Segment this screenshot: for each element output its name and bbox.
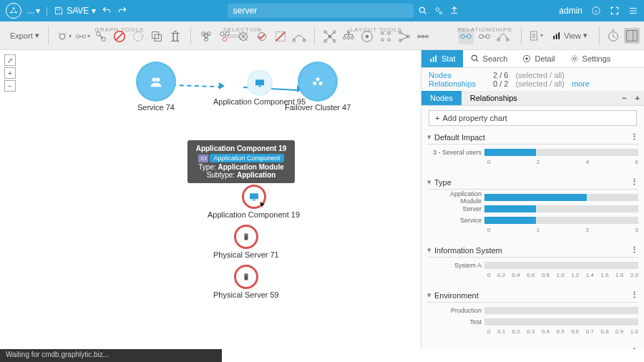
svg-rect-68 (250, 193, 258, 199)
delete-tool[interactable] (167, 29, 183, 44)
chart-icon (552, 31, 562, 41)
timer-tool[interactable] (605, 28, 621, 44)
svg-rect-57 (556, 34, 557, 39)
node-phys-server-59[interactable]: Physical Server 59 (213, 265, 279, 299)
svg-rect-73 (245, 275, 247, 275)
bar-track[interactable] (484, 318, 638, 326)
upload-button[interactable] (449, 4, 459, 18)
svg-point-41 (381, 38, 384, 41)
node-service-74[interactable]: Service 74 (136, 62, 176, 112)
chevron-down-icon[interactable]: ▾ (427, 177, 431, 187)
svg-point-61 (152, 78, 157, 82)
collapse-all-button[interactable]: − (618, 94, 630, 102)
bar-label: System A (427, 262, 484, 269)
zoom-out-button[interactable]: − (4, 80, 16, 92)
bar-track[interactable] (484, 262, 638, 269)
more-link[interactable]: more (572, 79, 590, 88)
panel-toggle-tool[interactable] (624, 28, 640, 44)
svg-point-8 (59, 34, 65, 39)
svg-rect-72 (244, 274, 248, 280)
select-all-tool[interactable] (198, 29, 214, 44)
tab-settings[interactable]: Settings (562, 50, 618, 67)
rels-link[interactable]: Relationships (429, 79, 486, 88)
user-label[interactable]: admin (559, 6, 582, 16)
main-menu-dropdown[interactable]: ... ▾ (27, 6, 40, 16)
svg-point-49 (461, 34, 465, 39)
svg-rect-60 (627, 30, 638, 41)
layout-timeline-tool[interactable] (415, 29, 431, 44)
add-relation-tool[interactable]: ▾ (74, 29, 90, 44)
layout-force-tool[interactable] (322, 29, 338, 44)
bar-label: Application Module (427, 190, 484, 205)
status-text: Waiting for cmdb.graphlytic.biz... (6, 351, 109, 358)
tab-stat[interactable]: Stat (421, 50, 463, 67)
chart-title: Information System (434, 246, 502, 255)
chevron-down-icon[interactable]: ▾ (427, 290, 431, 300)
chart-menu-button[interactable]: ⋮ (630, 245, 638, 255)
subtabs: Nodes Relationships − + (421, 91, 644, 106)
svg-point-66 (313, 82, 316, 85)
detail-icon (522, 54, 532, 64)
fit-button[interactable]: ⤢ (4, 54, 16, 66)
bar-label: 3 - Several users (427, 149, 484, 156)
chart-menu-button[interactable]: ⋮ (630, 290, 638, 300)
document-tool[interactable]: ▾ (527, 28, 543, 44)
save-button[interactable]: SAVE ▾ (54, 6, 96, 16)
add-property-chart-button[interactable]: + Add property chart (429, 110, 637, 126)
node-phys-server-71[interactable]: Physical Server 71 (213, 225, 279, 259)
gears-icon (434, 6, 444, 16)
view-button[interactable]: View ▾ (546, 29, 593, 43)
fullscreen-button[interactable] (610, 6, 620, 16)
expand-all-button[interactable]: + (631, 94, 644, 102)
zoom-in-button[interactable]: + (4, 67, 16, 79)
node-app-comp-19[interactable]: Application Component 19 (208, 185, 300, 219)
clone-tool[interactable] (149, 29, 165, 44)
node-failover-47[interactable]: Failover Cluster 47 (285, 62, 351, 112)
add-prop-label: Add property chart (442, 114, 507, 122)
svg-point-38 (366, 35, 369, 38)
nodes-link[interactable]: Nodes (429, 71, 486, 79)
settings-gears-button[interactable] (434, 4, 444, 18)
bar-track[interactable] (484, 149, 638, 156)
svg-point-4 (419, 7, 424, 12)
node-label: Application Component 19 (208, 210, 300, 219)
expand-icon (610, 6, 620, 16)
svg-rect-76 (435, 55, 436, 62)
tab-detail[interactable]: Detail (514, 50, 562, 67)
bar-track[interactable] (484, 307, 638, 314)
chart-menu-button[interactable]: ⋮ (630, 177, 638, 187)
chevron-down-icon: ▾ (583, 31, 587, 40)
bar-label: Test (427, 318, 484, 326)
select-path-tool[interactable] (291, 29, 307, 44)
nodes-hint: (selected / all) (515, 71, 564, 79)
save-icon (54, 6, 64, 16)
app-logo[interactable] (6, 3, 21, 19)
tab-search[interactable]: Search (463, 50, 515, 67)
undo-button[interactable] (102, 6, 112, 16)
chevron-down-icon[interactable]: ▾ (427, 245, 431, 255)
export-button[interactable]: Export ▾ (4, 29, 45, 42)
bar-track[interactable] (484, 217, 638, 224)
export-label: Export (10, 31, 33, 40)
search-box[interactable]: server (228, 4, 414, 18)
bar-track[interactable] (484, 194, 638, 201)
tab-label: Stat (441, 54, 456, 63)
chart-title: Environment (434, 291, 479, 300)
bar-track[interactable] (484, 205, 638, 212)
info-button[interactable] (591, 6, 601, 16)
chart-menu-button[interactable]: ⋮ (630, 347, 638, 349)
redo-button[interactable] (117, 6, 127, 16)
chevron-down-icon[interactable]: ▾ (427, 132, 431, 142)
chevron-down-icon[interactable]: ▾ (427, 347, 431, 349)
selection-stats: Nodes 2 / 6 (selected / all) Relationshi… (421, 68, 644, 91)
hamburger-button[interactable] (628, 6, 638, 16)
rels-count: 0 / 2 (493, 79, 508, 88)
chart-type: ▾Type⋮ Application Module Server Service… (427, 175, 638, 236)
chart-menu-button[interactable]: ⋮ (630, 132, 638, 142)
graph-canvas[interactable]: ⤢ + − Service 74 Application Component 9… (0, 50, 421, 349)
add-node-tool[interactable]: ▾ (56, 29, 72, 44)
search-submit-button[interactable] (418, 4, 428, 18)
node-label: Failover Cluster 47 (285, 103, 351, 112)
subtab-nodes[interactable]: Nodes (421, 91, 462, 105)
subtab-relationships[interactable]: Relationships (462, 91, 526, 105)
